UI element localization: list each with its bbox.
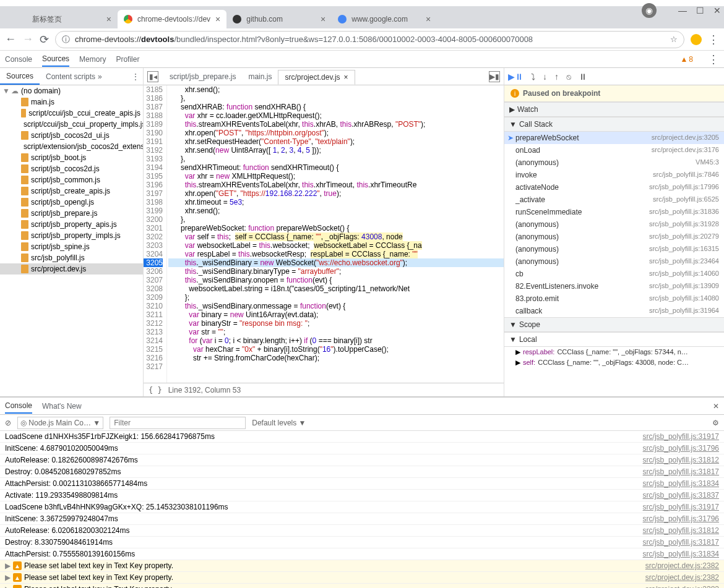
log-location[interactable]: src/jsb_polyfill.js:31834 bbox=[643, 550, 719, 558]
close-tab-icon[interactable]: × bbox=[321, 14, 325, 24]
browser-tab-2[interactable]: github.com× bbox=[226, 10, 332, 28]
toggle-navigator-button[interactable]: ▮◂ bbox=[147, 71, 158, 82]
callstack-frame[interactable]: invokesrc/jsb_polyfill.js:7846 bbox=[504, 169, 724, 181]
file-tree-item[interactable]: script/jsb_spine.js bbox=[0, 241, 143, 252]
scope-section[interactable]: ▼Scope bbox=[504, 317, 724, 332]
file-tree-item[interactable]: script/jsb_common.js bbox=[0, 174, 143, 185]
file-tree-item[interactable]: script/jsb_prepare.js bbox=[0, 208, 143, 219]
callstack-frame[interactable]: onLoadsrc/project.dev.js:3176 bbox=[504, 144, 724, 156]
console-log-row[interactable]: ▲Please set label text key in Text Key p… bbox=[0, 572, 724, 584]
format-code-button[interactable]: { } bbox=[149, 386, 162, 394]
forward-button[interactable]: → bbox=[22, 33, 33, 46]
line-gutter[interactable]: 3185318631873188318931903191319231933194… bbox=[144, 85, 167, 383]
step-into-button[interactable]: ↓ bbox=[543, 72, 547, 82]
log-location[interactable]: src/project.dev.js:2382 bbox=[645, 573, 719, 582]
resume-button[interactable]: ▶⏸ bbox=[508, 72, 524, 82]
reload-button[interactable]: ⟳ bbox=[40, 33, 49, 46]
console-log-row[interactable]: LoadScene b3hfLvB4hHNK99agGKx+XQ: 25.145… bbox=[0, 501, 724, 513]
console-log-row[interactable]: Activate: 119.29335498809814mssrc/jsb_po… bbox=[0, 490, 724, 501]
log-location[interactable]: src/jsb_polyfill.js:31812 bbox=[643, 526, 719, 535]
whats-new-tab[interactable]: What's New bbox=[42, 399, 82, 413]
devtools-tab-memory[interactable]: Memory bbox=[79, 53, 106, 66]
console-filter-input[interactable] bbox=[110, 417, 246, 429]
file-tree-item[interactable]: script/jsb_property_apis.js bbox=[0, 219, 143, 230]
close-tab-icon[interactable]: × bbox=[215, 14, 220, 24]
console-log-row[interactable]: AutoRelease: 0.18262600898742676mssrc/js… bbox=[0, 454, 724, 466]
close-tab-icon[interactable]: × bbox=[106, 14, 111, 24]
file-tree-item[interactable]: script/ccui/jsb_ccui_create_apis.js bbox=[0, 108, 143, 119]
console-log-row[interactable]: LoadScene d1NHXHs35F1rbFJZKeigk1: 156.66… bbox=[0, 431, 724, 443]
back-button[interactable]: ← bbox=[5, 33, 16, 46]
bookmark-star-icon[interactable]: ☆ bbox=[670, 35, 678, 44]
scope-variable[interactable]: ▶respLabel: CCClass {_name: "", _objFlag… bbox=[504, 347, 724, 357]
console-log-row[interactable]: Destroy: 8.330759048461914mssrc/jsb_poly… bbox=[0, 537, 724, 548]
log-location[interactable]: src/jsb_polyfill.js:31834 bbox=[643, 479, 719, 488]
console-log-row[interactable]: AutoRelease: 6.020618200302124mssrc/jsb_… bbox=[0, 525, 724, 537]
close-editor-tab[interactable]: × bbox=[344, 73, 348, 82]
navigator-more[interactable]: ⋮ bbox=[128, 72, 143, 81]
clear-console-button[interactable]: ⊘ bbox=[5, 419, 11, 427]
console-log-row[interactable]: ▲Please set label text key in Text Key p… bbox=[0, 584, 724, 588]
callstack-frame[interactable]: (anonymous)VM45:3 bbox=[504, 156, 724, 169]
editor-tab[interactable]: script/jsb_prepare.js bbox=[163, 69, 242, 84]
console-log-row[interactable]: ▲Please set label text key in Text Key p… bbox=[0, 560, 724, 572]
log-location[interactable]: src/jsb_polyfill.js:31796 bbox=[643, 444, 719, 453]
file-tree-item[interactable]: script/jsb_property_impls.js bbox=[0, 230, 143, 241]
browser-tab-0[interactable]: 新标签页× bbox=[12, 10, 118, 28]
file-tree-item[interactable]: script/jsb_opengl.js bbox=[0, 197, 143, 208]
file-tree-item[interactable]: script/jsb_cocos2d_ui.js bbox=[0, 130, 143, 141]
log-location[interactable]: src/project.dev.js:2382 bbox=[645, 585, 719, 588]
log-location[interactable]: src/jsb_polyfill.js:31812 bbox=[643, 456, 719, 464]
log-location[interactable]: src/jsb_polyfill.js:31837 bbox=[643, 491, 719, 500]
console-log-row[interactable]: AttachPersist: 0.0021131038665771484mssr… bbox=[0, 478, 724, 490]
log-location[interactable]: src/project.dev.js:2382 bbox=[645, 561, 719, 570]
callstack-frame[interactable]: _activatesrc/jsb_polyfill.js:6525 bbox=[504, 194, 724, 206]
devtools-tab-sources[interactable]: Sources bbox=[42, 52, 69, 67]
maximize-button[interactable]: ☐ bbox=[696, 6, 704, 15]
callstack-frame[interactable]: 82.EventListeners.invokesrc/jsb_polyfill… bbox=[504, 280, 724, 292]
log-location[interactable]: src/jsb_polyfill.js:31817 bbox=[643, 538, 719, 547]
console-log-row[interactable]: InitScene: 4.687901020050049mssrc/jsb_po… bbox=[0, 443, 724, 454]
callstack-frame[interactable]: (anonymous)src/jsb_polyfill.js:16315 bbox=[504, 243, 724, 255]
warnings-badge[interactable]: ▲ 8 bbox=[680, 55, 693, 64]
devtools-menu[interactable]: ⋮ bbox=[708, 53, 719, 66]
callstack-frame[interactable]: 83.proto.emitsrc/jsb_polyfill.js:14080 bbox=[504, 292, 724, 305]
pause-exceptions-button[interactable]: ⏸ bbox=[579, 72, 587, 82]
log-location[interactable]: src/jsb_polyfill.js:31917 bbox=[643, 432, 719, 441]
extension-icon[interactable] bbox=[691, 34, 702, 45]
scope-variable[interactable]: ▶self: CCClass {_name: "", _objFlags: 43… bbox=[504, 357, 724, 368]
callstack-frame[interactable]: callbacksrc/jsb_polyfill.js:31964 bbox=[504, 305, 724, 317]
console-log-row[interactable]: InitScene: 3.367259979248047mssrc/jsb_po… bbox=[0, 513, 724, 525]
profile-avatar[interactable]: ◉ bbox=[642, 3, 657, 18]
code-editor[interactable]: 3185318631873188318931903191319231933194… bbox=[144, 85, 504, 383]
console-context[interactable]: ◎ Node.js Main Co… ▼ bbox=[17, 417, 103, 429]
browser-tab-1[interactable]: chrome-devtools://dev× bbox=[118, 10, 226, 28]
deactivate-breakpoints-button[interactable]: ⍉ bbox=[566, 72, 571, 82]
devtools-tab-profiler[interactable]: Profiler bbox=[116, 53, 139, 66]
callstack-frame[interactable]: runSceneImmediatesrc/jsb_polyfill.js:318… bbox=[504, 206, 724, 218]
address-bar[interactable]: ⓘ chrome-devtools://devtools/bundled/ins… bbox=[55, 31, 684, 48]
file-tree-item[interactable]: script/jsb_create_apis.js bbox=[0, 185, 143, 197]
log-levels-select[interactable]: Default levels ▼ bbox=[252, 419, 306, 427]
log-location[interactable]: src/jsb_polyfill.js:31796 bbox=[643, 514, 719, 523]
callstack-frame[interactable]: (anonymous)src/jsb_polyfill.js:23464 bbox=[504, 255, 724, 268]
local-scope[interactable]: ▼Local bbox=[504, 332, 724, 347]
browser-menu-button[interactable]: ⋮ bbox=[708, 33, 719, 46]
minimize-button[interactable]: — bbox=[678, 6, 687, 15]
step-out-button[interactable]: ↑ bbox=[554, 72, 559, 82]
browser-tab-3[interactable]: www.google.com× bbox=[332, 10, 437, 28]
callstack-frame[interactable]: ➤prepareWebSocketsrc/project.dev.js:3205 bbox=[504, 132, 724, 144]
devtools-tab-console[interactable]: Console bbox=[5, 53, 32, 66]
site-info-icon[interactable]: ⓘ bbox=[62, 34, 70, 45]
close-drawer-button[interactable]: ✕ bbox=[713, 402, 719, 411]
console-log[interactable]: LoadScene d1NHXHs35F1rbFJZKeigk1: 156.66… bbox=[0, 431, 724, 588]
console-log-row[interactable]: AttachPersist: 0.7555580139160156mssrc/j… bbox=[0, 548, 724, 560]
domain-node[interactable]: ▼☁ (no domain) bbox=[0, 85, 143, 96]
log-location[interactable]: src/jsb_polyfill.js:31817 bbox=[643, 467, 719, 476]
code-content[interactable]: xhr.send(); }, sendXHRAB: function sendX… bbox=[167, 85, 504, 383]
file-tree-item[interactable]: script/ccui/jsb_ccui_property_impls.js bbox=[0, 119, 143, 130]
show-function-button[interactable]: ▶▮ bbox=[489, 71, 500, 82]
editor-tab[interactable]: src/project.dev.js× bbox=[278, 70, 355, 85]
file-tree-item[interactable]: src/project.dev.js bbox=[0, 263, 143, 275]
file-tree-item[interactable]: main.js bbox=[0, 96, 143, 108]
